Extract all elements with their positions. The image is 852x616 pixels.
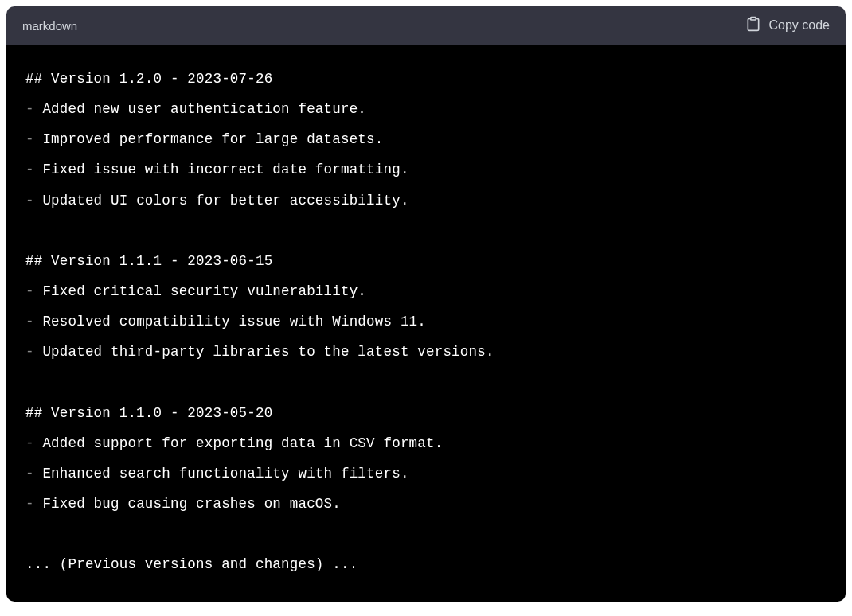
code-body: ## Version 1.2.0 - 2023-07-26 - Added ne…	[6, 45, 846, 602]
copy-code-label: Copy code	[769, 18, 831, 33]
copy-code-button[interactable]: Copy code	[745, 15, 831, 36]
code-block: markdown Copy code ## Version 1.2.0 - 20…	[6, 6, 846, 602]
bullet-dash: -	[25, 466, 42, 481]
bullet-dash: -	[25, 101, 42, 117]
bullet-dash: -	[25, 435, 42, 451]
bullet-dash: -	[25, 314, 42, 329]
code-line: Added support for exporting data in CSV …	[42, 435, 443, 451]
language-label: markdown	[22, 19, 77, 33]
code-line: Resolved compatibility issue with Window…	[42, 314, 426, 329]
bullet-dash: -	[25, 283, 42, 299]
code-line: Added new user authentication feature.	[42, 101, 366, 117]
bullet-dash: -	[25, 193, 42, 209]
code-line: Fixed critical security vulnerability.	[42, 283, 366, 299]
code-line: Enhanced search functionality with filte…	[42, 466, 408, 481]
bullet-dash: -	[25, 496, 42, 512]
code-header: markdown Copy code	[6, 6, 846, 45]
code-line: ... (Previous versions and changes) ...	[25, 556, 358, 572]
code-line: Updated third-party libraries to the lat…	[42, 344, 494, 360]
code-line: ## Version 1.2.0 - 2023-07-26	[25, 71, 272, 87]
bullet-dash: -	[25, 131, 42, 147]
code-line: Updated UI colors for better accessibili…	[42, 193, 408, 209]
svg-rect-0	[750, 18, 756, 20]
bullet-dash: -	[25, 344, 42, 360]
code-line: ## Version 1.1.1 - 2023-06-15	[25, 253, 272, 269]
code-line: Fixed bug causing crashes on macOS.	[42, 496, 341, 512]
bullet-dash: -	[25, 162, 42, 177]
code-line: Fixed issue with incorrect date formatti…	[42, 162, 408, 177]
code-line: Improved performance for large datasets.	[42, 131, 383, 147]
clipboard-icon	[745, 15, 761, 36]
code-line: ## Version 1.1.0 - 2023-05-20	[25, 405, 272, 421]
